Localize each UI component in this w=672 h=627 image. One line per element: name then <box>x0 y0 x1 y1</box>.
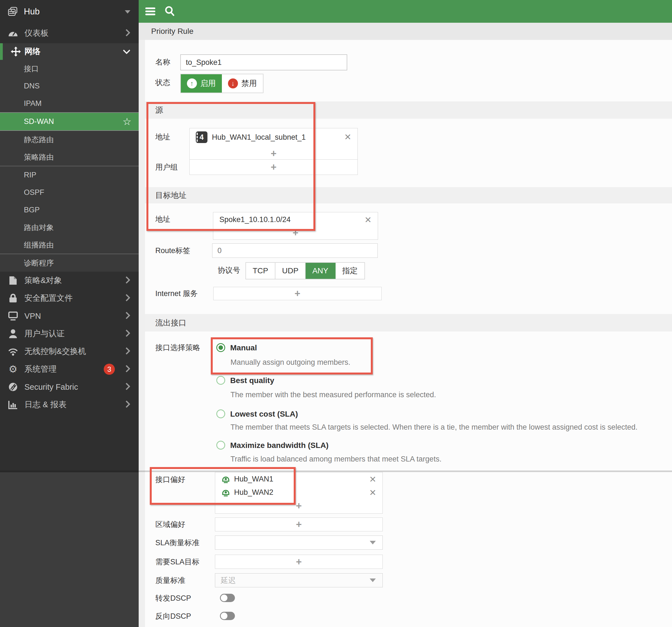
status-enable-button[interactable]: ↑ 启用 <box>181 74 222 93</box>
sidebar-item-interfaces[interactable]: 接口 <box>0 60 139 77</box>
reverse-dscp-toggle[interactable] <box>220 612 235 620</box>
source-section-header: 源 <box>145 101 672 119</box>
interface-member-name: Hub_WAN2 <box>234 488 273 497</box>
destination-address-value: Spoke1_10.10.1.0/24 <box>219 216 291 224</box>
sidebar-item-wifi-switch[interactable]: 无线控制&交换机 <box>0 343 139 360</box>
device-dropdown-caret-icon[interactable] <box>125 10 130 14</box>
add-interface-button[interactable]: + <box>215 499 382 513</box>
sidebar-item-label: 系统管理 <box>24 364 56 375</box>
add-sla-target-button[interactable]: + <box>215 555 383 569</box>
add-destination-address-button[interactable]: + <box>213 227 378 239</box>
arrow-down-circle-icon: ↓ <box>228 78 238 89</box>
status-toggle-group: ↑ 启用 ↓ 禁用 <box>180 74 263 93</box>
sidebar-item-diagnostics[interactable]: 诊断程序 <box>0 254 139 272</box>
content-gutter <box>139 40 145 627</box>
strategy-radio-manual[interactable] <box>216 343 225 352</box>
sidebar-item-ipam[interactable]: IPAM <box>0 95 139 112</box>
name-input[interactable] <box>180 54 347 70</box>
notification-badge: 3 <box>104 364 115 375</box>
strategy-option-label[interactable]: Best quality <box>230 376 274 385</box>
sidebar-item-security-fabric[interactable]: Security Fabric <box>0 378 139 396</box>
strategy-radio-best-quality[interactable] <box>216 376 225 385</box>
sidebar-item-static-routes[interactable]: 静态路由 <box>0 131 139 148</box>
add-source-address-button[interactable]: + <box>190 146 358 161</box>
remove-entry-icon[interactable]: ✕ <box>344 133 352 141</box>
interface-preference-box: Hub_WAN1 ✕ Hub_WAN2 ✕ + <box>215 472 383 513</box>
sidebar-item-policy-routes[interactable]: 策略路由 <box>0 148 139 166</box>
strategy-option-label[interactable]: Manual <box>230 344 257 352</box>
chevron-right-icon <box>123 383 130 390</box>
protocol-option-specify[interactable]: 指定 <box>336 263 364 279</box>
destination-address-entry[interactable]: Spoke1_10.10.1.0/24 ✕ <box>213 212 378 227</box>
search-icon[interactable] <box>164 5 175 17</box>
strategy-option-desc: Traffic is load balanced among members t… <box>231 455 441 463</box>
sla-targets-label: 需要SLA目标 <box>155 555 199 569</box>
strategy-option-label[interactable]: Maximize bandwidth (SLA) <box>230 441 329 450</box>
sidebar-item-label: 用户与认证 <box>24 328 65 339</box>
interface-member[interactable]: Hub_WAN1 ✕ <box>215 472 382 486</box>
protocol-option-udp[interactable]: UDP <box>275 263 306 279</box>
add-zone-button[interactable]: + <box>215 518 383 531</box>
chevron-right-icon <box>123 365 130 373</box>
dropdown-caret-icon <box>370 541 376 544</box>
arrow-up-circle-icon: ↑ <box>187 78 197 89</box>
device-name: Hub <box>24 7 40 17</box>
sidebar-item-rip[interactable]: RIP <box>0 166 139 184</box>
remove-entry-icon[interactable]: ✕ <box>369 488 376 497</box>
sidebar-item-logs-reports[interactable]: 日志 & 报表 <box>0 396 139 413</box>
status-disable-button[interactable]: ↓ 禁用 <box>222 74 263 93</box>
sidebar-item-dns[interactable]: DNS <box>0 77 139 95</box>
internet-service-label: Internet 服务 <box>155 287 198 300</box>
sidebar-item-label: 策略&对象 <box>24 275 62 286</box>
user-group-label: 用户组 <box>155 159 178 175</box>
sub-item-label: 策略路由 <box>24 152 54 162</box>
sidebar-item-sdwan-selected[interactable]: SD-WAN ☆ <box>0 112 139 131</box>
sub-item-label: 组播路由 <box>24 240 54 250</box>
menu-hamburger-icon[interactable] <box>145 6 155 16</box>
sidebar-item-label: 日志 & 报表 <box>24 399 66 410</box>
sidebar-item-ospf[interactable]: OSPF <box>0 184 139 201</box>
strategy-radio-max-bandwidth[interactable] <box>216 441 225 450</box>
add-internet-service-button[interactable]: + <box>213 287 382 300</box>
wifi-icon <box>8 346 18 357</box>
device-menu-hub[interactable]: Hub <box>0 0 139 23</box>
destination-section-header: 目标地址 <box>145 187 672 203</box>
sidebar-item-routing-objects[interactable]: 路由对象 <box>0 219 139 236</box>
sidebar-item-security-profiles[interactable]: 安全配置文件 <box>0 290 139 307</box>
sidebar-item-dashboard[interactable]: 仪表板 <box>0 23 139 43</box>
sidebar-item-multicast[interactable]: 组播路由 <box>0 236 139 254</box>
chevron-right-icon <box>123 29 130 36</box>
protocol-option-tcp[interactable]: TCP <box>246 263 275 279</box>
sidebar-item-vpn[interactable]: VPN <box>0 307 139 325</box>
remove-entry-icon[interactable]: ✕ <box>369 475 376 484</box>
route-tag-input[interactable] <box>212 243 378 258</box>
sub-item-label: 接口 <box>24 64 39 74</box>
sub-item-label: 路由对象 <box>24 223 54 232</box>
forward-dscp-toggle[interactable] <box>220 594 235 602</box>
sidebar-item-system[interactable]: ⚙ 系统管理 3 <box>0 360 139 378</box>
favorite-star-icon[interactable]: ☆ <box>123 117 131 127</box>
strategy-option-label[interactable]: Lowest cost (SLA) <box>230 410 298 419</box>
quality-criteria-value: 延迟 <box>221 575 236 585</box>
breadcrumb: Priority Rule <box>151 27 193 36</box>
quality-criteria-select[interactable]: 延迟 <box>215 573 383 587</box>
sidebar-item-network[interactable]: 网络 <box>0 43 139 60</box>
add-user-group-button[interactable]: + <box>189 159 358 175</box>
screenshot-seam <box>0 471 672 472</box>
sidebar-item-policy-objects[interactable]: 策略&对象 <box>0 272 139 290</box>
sidebar-item-user-auth[interactable]: 用户与认证 <box>0 325 139 343</box>
sub-item-label: BGP <box>24 206 40 214</box>
protocol-segmented-control: TCP UDP ANY 指定 <box>245 262 365 279</box>
source-address-entry[interactable]: 4 Hub_WAN1_local_subnet_1 ✕ <box>190 128 358 146</box>
chevron-right-icon <box>123 347 130 355</box>
sub-item-label: SD-WAN <box>24 117 54 126</box>
strategy-option-desc: The member with the best measured perfor… <box>231 391 436 399</box>
protocol-option-any[interactable]: ANY <box>306 263 336 279</box>
strategy-radio-lowest-cost[interactable] <box>216 409 225 418</box>
remove-entry-icon[interactable]: ✕ <box>364 216 371 224</box>
sla-measure-select[interactable] <box>215 535 383 550</box>
dropdown-caret-icon <box>370 578 376 582</box>
interface-member[interactable]: Hub_WAN2 ✕ <box>215 486 382 499</box>
chevron-right-icon <box>123 330 130 337</box>
sidebar-item-bgp[interactable]: BGP <box>0 201 139 219</box>
